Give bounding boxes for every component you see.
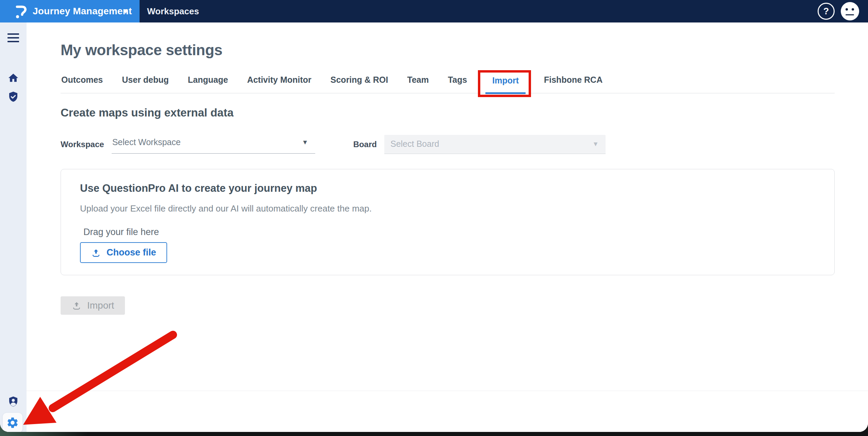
choose-file-button[interactable]: Choose file: [80, 242, 167, 263]
upload-icon: [71, 300, 82, 311]
chevron-down-icon[interactable]: ▼: [122, 0, 129, 22]
shield-check-icon: [7, 91, 19, 103]
board-select: Select Board ▼: [384, 135, 606, 154]
section-heading: Create maps using external data: [61, 106, 835, 119]
workspace-select-value: Select Workspace: [112, 137, 181, 147]
tab-outcomes[interactable]: Outcomes: [61, 75, 103, 93]
tab-fishbone-rca[interactable]: Fishbone RCA: [543, 75, 603, 93]
main-content: My workspace settings Outcomes User debu…: [27, 22, 868, 432]
ai-upload-card: Use QuestionPro AI to create your journe…: [61, 169, 835, 275]
avatar-mouth: [846, 14, 854, 15]
avatar-eye: [852, 8, 854, 11]
import-button[interactable]: Import: [61, 296, 125, 315]
tab-import-label: Import: [492, 76, 519, 85]
tab-activity-monitor[interactable]: Activity Monitor: [246, 75, 312, 93]
sidebar-item-security[interactable]: [0, 91, 27, 103]
upload-icon: [91, 248, 101, 258]
sidebar-item-admin[interactable]: [0, 395, 27, 408]
settings-tabs: Outcomes User debug Language Activity Mo…: [61, 75, 835, 93]
gear-icon: [6, 416, 19, 429]
left-sidebar: [0, 22, 27, 432]
tab-scoring-roi[interactable]: Scoring & ROI: [330, 75, 389, 93]
avatar-eye: [846, 8, 848, 11]
tab-team[interactable]: Team: [406, 75, 429, 93]
page-title: My workspace settings: [61, 42, 835, 59]
questionpro-logo-icon: [15, 4, 27, 19]
sidebar-item-settings[interactable]: [3, 413, 22, 432]
board-label: Board: [353, 140, 377, 149]
board-field: Board Select Board ▼: [353, 135, 606, 154]
app-title: Journey Management: [33, 0, 132, 22]
choose-file-label: Choose file: [107, 247, 156, 258]
tab-tags[interactable]: Tags: [447, 75, 468, 93]
menu-hamburger-icon[interactable]: [0, 33, 27, 42]
chevron-down-icon: ▼: [592, 140, 599, 148]
footer-divider: [27, 391, 868, 391]
tab-user-debug[interactable]: User debug: [121, 75, 170, 93]
card-title: Use QuestionPro AI to create your journe…: [80, 182, 815, 194]
dropzone-label: Drag your file here: [83, 227, 815, 237]
sidebar-item-home[interactable]: [0, 72, 27, 84]
nav-workspaces[interactable]: Workspaces: [147, 0, 199, 22]
brand-area[interactable]: Journey Management ▼: [0, 0, 140, 22]
user-avatar[interactable]: [841, 2, 859, 20]
workspace-label: Workspace: [61, 140, 104, 149]
chevron-down-icon: ▼: [302, 139, 308, 146]
tab-import[interactable]: Import: [485, 76, 526, 94]
help-icon[interactable]: ?: [818, 3, 835, 20]
shield-person-icon: [7, 395, 19, 408]
workspace-select[interactable]: Select Workspace ▼: [112, 135, 315, 154]
import-button-label: Import: [87, 300, 114, 311]
board-select-value: Select Board: [390, 139, 439, 149]
import-source-form: Workspace Select Workspace ▼ Board Selec…: [61, 135, 835, 154]
header-actions: ?: [818, 0, 859, 22]
top-header: Journey Management ▼ Workspaces ?: [0, 0, 868, 22]
tab-language[interactable]: Language: [187, 75, 229, 93]
app-window: Journey Management ▼ Workspaces ?: [0, 0, 868, 432]
card-description: Upload your Excel file directly and our …: [80, 203, 815, 214]
home-icon: [7, 72, 19, 84]
